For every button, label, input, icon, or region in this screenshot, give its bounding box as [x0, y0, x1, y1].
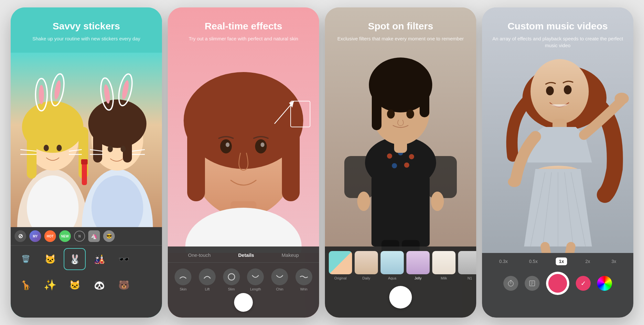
chin-label: Chin: [276, 287, 284, 291]
filter-daily-label: Daily: [362, 276, 370, 280]
svg-rect-22: [123, 124, 132, 162]
cat-sticker[interactable]: 🐱: [39, 248, 61, 270]
card4-bottom-panel: 0.3x 0.5x 1x 2x 3x ✓: [482, 253, 633, 318]
filter-original[interactable]: Original: [329, 251, 352, 280]
doll-sticker[interactable]: 🎎: [88, 248, 110, 270]
chin-icon: [271, 268, 288, 285]
timer-button[interactable]: [503, 276, 518, 291]
card2-subtitle: Try out a slimmer face with perfect and …: [177, 35, 309, 42]
skin-label: Skin: [180, 287, 187, 291]
filter-n1[interactable]: N1: [458, 251, 476, 280]
shutter-button-3[interactable]: [389, 286, 412, 309]
card2-header: Real-time effects Try out a slimmer face…: [168, 7, 319, 48]
svg-point-36: [121, 146, 126, 152]
new-tab[interactable]: NEW: [59, 230, 71, 242]
filter-daily[interactable]: Daily: [355, 251, 378, 280]
card3-bottom-panel: Original Daily Aqua Jelly Milk N1: [325, 246, 476, 318]
chin-effect[interactable]: Chin: [271, 268, 288, 291]
filter-original-label: Original: [334, 276, 347, 280]
glasses-sticker[interactable]: 🕶️: [113, 248, 135, 270]
filter-aqua[interactable]: Aqua: [381, 251, 404, 280]
speed-0-3x[interactable]: 0.3x: [496, 257, 511, 265]
filter-button[interactable]: [525, 276, 540, 291]
record-inner: [548, 274, 567, 293]
svg-point-77: [546, 86, 554, 95]
svg-point-56: [387, 153, 392, 159]
lift-effect[interactable]: Lift: [199, 268, 216, 291]
sparkle-sticker[interactable]: ✨: [39, 274, 61, 296]
slim-effect[interactable]: Slim: [223, 268, 240, 291]
length-icon: [247, 268, 264, 285]
length-effect[interactable]: Length: [247, 268, 264, 291]
svg-point-46: [226, 142, 230, 147]
svg-point-59: [392, 163, 397, 168]
svg-point-70: [357, 192, 370, 211]
unicorn-tab[interactable]: 🦄: [88, 230, 100, 242]
details-tab[interactable]: Details: [236, 251, 257, 259]
svg-rect-7: [27, 127, 37, 179]
slim-icon: [223, 268, 240, 285]
svg-point-76: [531, 59, 589, 124]
card-savvy-stickers: Savvy stickers Shake up your routine wit…: [11, 7, 162, 318]
nft-tab[interactable]: N: [74, 231, 85, 242]
card3-header: Spot on filters Exclusive filters that m…: [325, 7, 476, 48]
filter-thumbnails: Original Daily Aqua Jelly Milk N1: [325, 246, 476, 283]
record-button[interactable]: [546, 272, 569, 295]
svg-point-34: [57, 145, 62, 151]
speed-0-5x[interactable]: 0.5x: [526, 257, 541, 265]
face-tab[interactable]: 😎: [103, 230, 115, 242]
one-touch-tab[interactable]: One-touch: [186, 251, 213, 259]
card1-header: Savvy stickers Shake up your routine wit…: [11, 7, 162, 48]
filter-aqua-label: Aqua: [388, 276, 396, 280]
svg-point-45: [255, 139, 267, 153]
my-tab[interactable]: MY: [29, 230, 41, 242]
svg-rect-43: [282, 121, 300, 201]
filter-milk-img: [432, 251, 456, 274]
svg-point-78: [564, 85, 572, 94]
filter-jelly[interactable]: Jelly: [406, 251, 430, 280]
speed-3x[interactable]: 3x: [608, 257, 619, 265]
bunny-sticker[interactable]: 🐰: [64, 248, 86, 270]
giraffe-sticker[interactable]: 🦒: [15, 274, 37, 296]
svg-point-86: [615, 93, 629, 104]
svg-point-44: [220, 139, 232, 153]
wrin-effect[interactable]: Wrin: [295, 268, 312, 291]
lift-icon: [199, 268, 216, 285]
makeup-tab[interactable]: Makeup: [279, 251, 301, 259]
svg-point-33: [44, 145, 49, 151]
colors-button[interactable]: [597, 276, 612, 291]
svg-rect-66: [372, 85, 381, 130]
card-spot-filters: Spot on filters Exclusive filters that m…: [325, 7, 476, 318]
panda-sticker[interactable]: 🐼: [88, 274, 110, 296]
sticker-toolbar: ⊘ MY HOT NEW N 🦄 😎: [11, 227, 162, 246]
filter-original-img: [329, 251, 352, 274]
svg-rect-32: [81, 159, 88, 164]
wrin-label: Wrin: [300, 287, 307, 291]
svg-rect-31: [82, 162, 87, 185]
card1-bottom-panel: ⊘ MY HOT NEW N 🦄 😎 🗑️ 🐱 🐰 🎎 🕶️ 🦒 ✨ 🐱 🐼 🐻: [11, 227, 162, 318]
card2-bottom-panel: One-touch Details Makeup Skin Lift: [168, 246, 319, 318]
svg-point-71: [431, 192, 444, 211]
shutter-button[interactable]: [234, 293, 253, 312]
svg-rect-67: [420, 85, 429, 117]
effects-icons-row: Skin Lift Slim Length: [168, 263, 319, 294]
hot-tab[interactable]: HOT: [44, 230, 56, 242]
filter-milk[interactable]: Milk: [432, 251, 456, 280]
card4-title: Custom music videos: [492, 20, 624, 32]
confirm-button[interactable]: ✓: [576, 276, 591, 291]
card4-subtitle: An array of effects and playback speeds …: [492, 35, 624, 49]
cancel-button[interactable]: ⊘: [15, 230, 26, 242]
speed-2x[interactable]: 2x: [582, 257, 593, 265]
filter-n1-label: N1: [467, 276, 472, 280]
card-music-videos: Custom music videos An array of effects …: [482, 7, 633, 318]
skin-effect[interactable]: Skin: [175, 268, 191, 291]
delete-sticker[interactable]: 🗑️: [15, 248, 37, 270]
filter-jelly-label: Jelly: [414, 276, 422, 280]
filter-milk-label: Milk: [441, 276, 447, 280]
speed-1x[interactable]: 1x: [556, 257, 567, 265]
bear-sticker[interactable]: 🐻: [113, 274, 135, 296]
svg-rect-62: [428, 156, 457, 198]
length-label: Length: [250, 287, 261, 291]
camera-controls: ✓: [482, 268, 633, 298]
cat2-sticker[interactable]: 🐱: [64, 274, 86, 296]
